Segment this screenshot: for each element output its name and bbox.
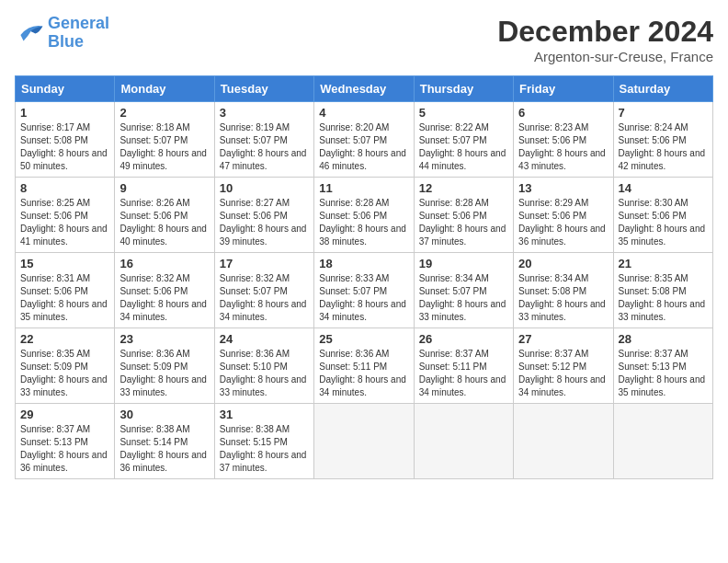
day-number: 26 (419, 332, 508, 346)
day-cell: 2Sunrise: 8:18 AMSunset: 5:07 PMDaylight… (115, 102, 214, 178)
day-cell: 1Sunrise: 8:17 AMSunset: 5:08 PMDaylight… (16, 102, 115, 178)
day-number: 8 (20, 181, 109, 195)
day-cell: 18Sunrise: 8:33 AMSunset: 5:07 PMDayligh… (314, 253, 414, 328)
day-info: Sunrise: 8:32 AMSunset: 5:07 PMDaylight:… (220, 272, 309, 324)
logo: General Blue (15, 15, 109, 52)
day-number: 24 (220, 332, 309, 346)
day-number: 16 (119, 257, 209, 270)
day-cell: 6Sunrise: 8:23 AMSunset: 5:06 PMDaylight… (514, 102, 613, 178)
calendar-row: 1Sunrise: 8:17 AMSunset: 5:08 PMDaylight… (16, 102, 713, 178)
col-sunday: Sunday (16, 76, 115, 102)
day-info: Sunrise: 8:35 AMSunset: 5:09 PMDaylight:… (20, 348, 109, 399)
col-wednesday: Wednesday (314, 76, 414, 102)
day-cell: 15Sunrise: 8:31 AMSunset: 5:06 PMDayligh… (16, 253, 115, 328)
day-info: Sunrise: 8:36 AMSunset: 5:11 PMDaylight:… (319, 348, 408, 399)
col-friday: Friday (514, 76, 613, 102)
calendar-row: 29Sunrise: 8:37 AMSunset: 5:13 PMDayligh… (16, 404, 713, 479)
day-number: 4 (319, 106, 408, 120)
day-number: 11 (319, 181, 408, 195)
day-info: Sunrise: 8:37 AMSunset: 5:13 PMDaylight:… (619, 348, 708, 399)
day-number: 22 (20, 332, 109, 346)
day-info: Sunrise: 8:24 AMSunset: 5:06 PMDaylight:… (619, 121, 708, 173)
day-number: 29 (20, 408, 109, 421)
col-tuesday: Tuesday (214, 76, 313, 102)
empty-cell (514, 404, 613, 479)
day-number: 30 (119, 408, 209, 421)
day-cell: 11Sunrise: 8:28 AMSunset: 5:06 PMDayligh… (314, 178, 414, 253)
day-number: 2 (119, 106, 209, 120)
day-number: 15 (20, 257, 109, 270)
empty-cell (314, 404, 414, 479)
day-info: Sunrise: 8:20 AMSunset: 5:07 PMDaylight:… (319, 121, 408, 173)
day-info: Sunrise: 8:36 AMSunset: 5:09 PMDaylight:… (119, 348, 209, 399)
day-number: 10 (220, 181, 309, 195)
day-cell: 20Sunrise: 8:34 AMSunset: 5:08 PMDayligh… (514, 253, 613, 328)
calendar-table: Sunday Monday Tuesday Wednesday Thursday… (15, 75, 713, 479)
day-number: 27 (518, 332, 608, 346)
col-saturday: Saturday (613, 76, 712, 102)
day-info: Sunrise: 8:30 AMSunset: 5:06 PMDaylight:… (619, 197, 708, 248)
calendar-row: 22Sunrise: 8:35 AMSunset: 5:09 PMDayligh… (16, 328, 713, 404)
calendar-header-row: Sunday Monday Tuesday Wednesday Thursday… (16, 76, 713, 102)
day-info: Sunrise: 8:19 AMSunset: 5:07 PMDaylight:… (220, 121, 309, 173)
day-cell: 19Sunrise: 8:34 AMSunset: 5:07 PMDayligh… (414, 253, 513, 328)
month-title: December 2024 (497, 15, 713, 49)
day-cell: 12Sunrise: 8:28 AMSunset: 5:06 PMDayligh… (414, 178, 513, 253)
day-cell: 22Sunrise: 8:35 AMSunset: 5:09 PMDayligh… (16, 328, 115, 404)
day-info: Sunrise: 8:31 AMSunset: 5:06 PMDaylight:… (20, 272, 109, 324)
day-info: Sunrise: 8:37 AMSunset: 5:12 PMDaylight:… (518, 348, 608, 399)
day-cell: 30Sunrise: 8:38 AMSunset: 5:14 PMDayligh… (115, 404, 214, 479)
day-info: Sunrise: 8:32 AMSunset: 5:06 PMDaylight:… (119, 272, 209, 324)
col-monday: Monday (115, 76, 214, 102)
day-info: Sunrise: 8:38 AMSunset: 5:15 PMDaylight:… (220, 423, 309, 475)
day-cell: 16Sunrise: 8:32 AMSunset: 5:06 PMDayligh… (115, 253, 214, 328)
page-header: General Blue December 2024 Argenton-sur-… (15, 15, 713, 64)
day-info: Sunrise: 8:33 AMSunset: 5:07 PMDaylight:… (319, 272, 408, 324)
day-info: Sunrise: 8:18 AMSunset: 5:07 PMDaylight:… (119, 121, 209, 173)
day-cell: 9Sunrise: 8:26 AMSunset: 5:06 PMDaylight… (115, 178, 214, 253)
day-cell: 24Sunrise: 8:36 AMSunset: 5:10 PMDayligh… (214, 328, 313, 404)
day-number: 1 (20, 106, 109, 120)
day-number: 12 (419, 181, 508, 195)
location: Argenton-sur-Creuse, France (497, 49, 713, 64)
day-cell: 10Sunrise: 8:27 AMSunset: 5:06 PMDayligh… (214, 178, 313, 253)
day-info: Sunrise: 8:37 AMSunset: 5:13 PMDaylight:… (20, 423, 109, 475)
day-info: Sunrise: 8:35 AMSunset: 5:08 PMDaylight:… (619, 272, 708, 324)
day-info: Sunrise: 8:34 AMSunset: 5:07 PMDaylight:… (419, 272, 508, 324)
day-info: Sunrise: 8:38 AMSunset: 5:14 PMDaylight:… (119, 423, 209, 475)
day-cell: 21Sunrise: 8:35 AMSunset: 5:08 PMDayligh… (613, 253, 712, 328)
day-cell: 17Sunrise: 8:32 AMSunset: 5:07 PMDayligh… (214, 253, 313, 328)
day-number: 25 (319, 332, 408, 346)
day-number: 20 (518, 257, 608, 270)
day-number: 9 (119, 181, 209, 195)
day-info: Sunrise: 8:28 AMSunset: 5:06 PMDaylight:… (419, 197, 508, 248)
day-number: 18 (319, 257, 408, 270)
day-info: Sunrise: 8:27 AMSunset: 5:06 PMDaylight:… (220, 197, 309, 248)
day-number: 3 (220, 106, 309, 120)
empty-cell (414, 404, 513, 479)
day-info: Sunrise: 8:26 AMSunset: 5:06 PMDaylight:… (119, 197, 209, 248)
day-number: 21 (619, 257, 708, 270)
day-cell: 14Sunrise: 8:30 AMSunset: 5:06 PMDayligh… (613, 178, 712, 253)
day-number: 6 (518, 106, 608, 120)
day-cell: 29Sunrise: 8:37 AMSunset: 5:13 PMDayligh… (16, 404, 115, 479)
day-cell: 31Sunrise: 8:38 AMSunset: 5:15 PMDayligh… (214, 404, 313, 479)
day-number: 31 (220, 408, 309, 421)
day-cell: 26Sunrise: 8:37 AMSunset: 5:11 PMDayligh… (414, 328, 513, 404)
day-number: 17 (220, 257, 309, 270)
day-cell: 27Sunrise: 8:37 AMSunset: 5:12 PMDayligh… (514, 328, 613, 404)
day-cell: 23Sunrise: 8:36 AMSunset: 5:09 PMDayligh… (115, 328, 214, 404)
day-cell: 13Sunrise: 8:29 AMSunset: 5:06 PMDayligh… (514, 178, 613, 253)
day-info: Sunrise: 8:36 AMSunset: 5:10 PMDaylight:… (220, 348, 309, 399)
day-cell: 28Sunrise: 8:37 AMSunset: 5:13 PMDayligh… (613, 328, 712, 404)
day-info: Sunrise: 8:37 AMSunset: 5:11 PMDaylight:… (419, 348, 508, 399)
day-info: Sunrise: 8:29 AMSunset: 5:06 PMDaylight:… (518, 197, 608, 248)
day-info: Sunrise: 8:25 AMSunset: 5:06 PMDaylight:… (20, 197, 109, 248)
day-info: Sunrise: 8:23 AMSunset: 5:06 PMDaylight:… (518, 121, 608, 173)
day-cell: 25Sunrise: 8:36 AMSunset: 5:11 PMDayligh… (314, 328, 414, 404)
calendar-row: 8Sunrise: 8:25 AMSunset: 5:06 PMDaylight… (16, 178, 713, 253)
day-info: Sunrise: 8:22 AMSunset: 5:07 PMDaylight:… (419, 121, 508, 173)
day-info: Sunrise: 8:34 AMSunset: 5:08 PMDaylight:… (518, 272, 608, 324)
day-info: Sunrise: 8:17 AMSunset: 5:08 PMDaylight:… (20, 121, 109, 173)
day-cell: 5Sunrise: 8:22 AMSunset: 5:07 PMDaylight… (414, 102, 513, 178)
